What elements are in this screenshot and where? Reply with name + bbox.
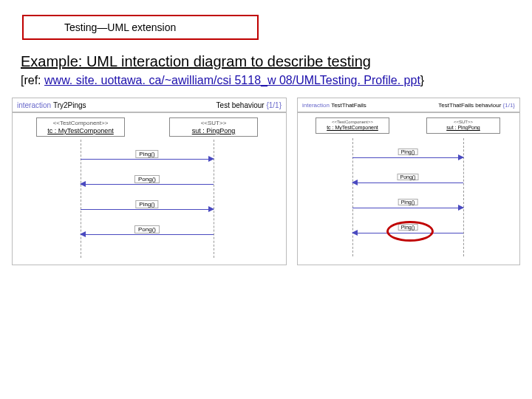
seq-diagram-try2pings: interaction Try2Pings Test behaviour {1/… [9, 95, 290, 268]
lifeline-head-tc: <<TestComponent>> tc : MyTestComponent [316, 117, 389, 134]
message-label: Ping() [135, 150, 158, 158]
lifeline-name: sut : PingPong [429, 125, 498, 131]
diagrams-row: interaction Try2Pings Test behaviour {1/… [9, 95, 523, 268]
frame-kind: interaction [302, 102, 330, 109]
arrow-right-icon [458, 154, 464, 160]
message-line [352, 208, 463, 208]
frame-left-group: interaction TestThatFails [302, 102, 366, 109]
arrow-left-icon [80, 181, 86, 187]
arrow-right-icon [208, 156, 214, 162]
frame-name: TestThatFails [331, 102, 366, 109]
stereotype: <<TestComponent>> [318, 120, 387, 125]
message-line [352, 157, 463, 158]
message-ping-1: Ping() [81, 153, 214, 163]
message-line [81, 234, 214, 235]
arrow-right-icon [458, 205, 464, 211]
arrow-right-icon [208, 206, 214, 212]
lifeline-head-sut: <<SUT>> sut : PingPong [169, 117, 258, 137]
highlight-oval [386, 221, 434, 242]
message-ping-1: Ping() [352, 151, 463, 162]
message-ping-2: Ping() [81, 203, 214, 214]
message-label: Ping() [398, 149, 418, 155]
reference-line: [ref: www. site. uottawa. ca/~awilliam/c… [21, 74, 424, 87]
ref-suffix: } [420, 74, 424, 86]
topic-box: Testing—UML extension [22, 15, 259, 40]
message-line [81, 184, 214, 185]
message-label: Ping() [135, 200, 158, 208]
message-pong-1: Pong() [81, 178, 214, 188]
frame-kind: interaction [17, 101, 51, 109]
lifeline-head-sut: <<SUT>> sut : PingPong [426, 117, 500, 134]
lifeline-name: tc : MyTestComponent [318, 125, 387, 131]
stereotype: <<SUT>> [429, 120, 498, 125]
message-ping-2: Ping() [352, 202, 463, 212]
frame-right-group: Test behaviour {1/1} [216, 101, 282, 109]
message-pong-2: Pong() [81, 228, 214, 239]
frame-behaviour: Test behaviour [216, 101, 265, 109]
frame-behaviour: TestThatFails behaviour [438, 102, 501, 109]
frame-header: interaction TestThatFails TestThatFails … [297, 98, 520, 112]
frame-page: {1/1} [266, 101, 282, 109]
stereotype: <<SUT>> [172, 120, 255, 127]
stereotype: <<TestComponent>> [39, 120, 122, 127]
message-label: Pong() [134, 225, 160, 233]
message-label: Pong() [134, 175, 160, 183]
arrow-left-icon [352, 230, 358, 236]
frame-left-group: interaction Try2Pings [17, 101, 86, 109]
ref-prefix: [ref: [21, 74, 44, 86]
lifeline-head-tc: <<TestComponent>> tc : MyTestComponent [36, 117, 125, 137]
message-line [81, 209, 214, 210]
frame-name: Try2Pings [53, 101, 86, 109]
example-heading: Example: UML interaction diagram to desc… [21, 53, 371, 70]
frame-page: {1/1} [503, 102, 515, 109]
message-line [81, 159, 214, 160]
message-pong-1: Pong() [352, 177, 463, 187]
message-line [352, 183, 463, 183]
frame-header: interaction Try2Pings Test behaviour {1/… [12, 98, 287, 112]
lifeline-name: sut : PingPong [172, 127, 255, 135]
example-heading-text: Example: UML interaction diagram to desc… [21, 53, 371, 69]
lifeline-name: tc : MyTestComponent [39, 127, 122, 135]
frame-body: <<TestComponent>> tc : MyTestComponent <… [297, 112, 520, 265]
message-label: Ping() [398, 199, 418, 205]
frame-right-group: TestThatFails behaviour {1/1} [438, 102, 515, 109]
seq-diagram-testthatfails: interaction TestThatFails TestThatFails … [294, 95, 523, 268]
arrow-left-icon [352, 180, 358, 185]
frame-body: <<TestComponent>> tc : MyTestComponent <… [12, 112, 287, 265]
reference-link[interactable]: www. site. uottawa. ca/~awilliam/csi 511… [44, 74, 420, 86]
topic-text: Testing—UML extension [64, 21, 176, 33]
arrow-left-icon [80, 231, 86, 237]
message-label: Pong() [397, 174, 418, 180]
